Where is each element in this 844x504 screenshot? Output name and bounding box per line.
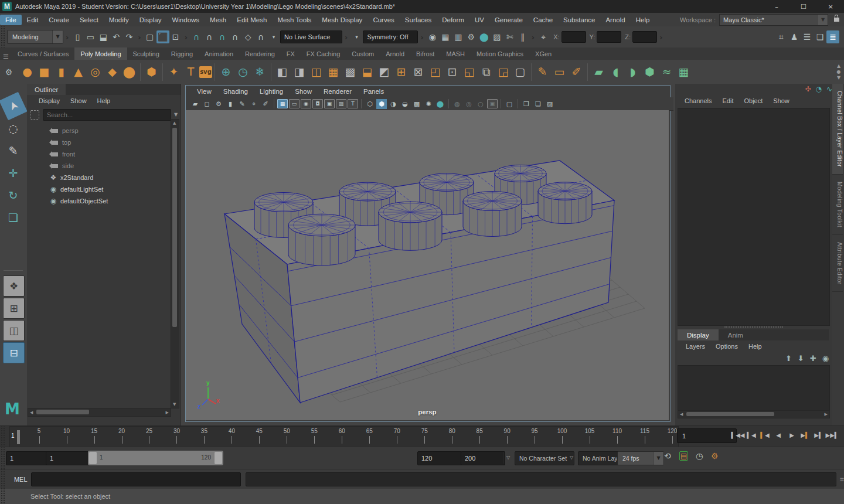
- platonic-solid-icon[interactable]: ⬢: [143, 63, 160, 81]
- resolution-gate-icon[interactable]: ◉: [301, 99, 311, 108]
- construction-aim-icon[interactable]: ⊕: [217, 63, 234, 81]
- drag-grip[interactable]: [0, 426, 5, 447]
- range-slider[interactable]: 1 120: [88, 451, 223, 465]
- make-live-icon[interactable]: ∩: [254, 30, 267, 43]
- new-scene-icon[interactable]: ▯: [71, 30, 84, 43]
- shelf-gear-icon[interactable]: ⚙: [2, 66, 15, 79]
- viewport-menu-show[interactable]: Show: [290, 88, 317, 95]
- play-backwards-button[interactable]: ◀: [772, 427, 785, 442]
- move-layer-up-icon[interactable]: ⬆: [785, 355, 792, 362]
- panel-tearoff-icon[interactable]: ▨: [544, 99, 555, 109]
- grid-options-icon[interactable]: ⌗: [775, 30, 788, 43]
- menu-deform[interactable]: Deform: [437, 15, 469, 25]
- chevron-down-icon[interactable]: ▾: [350, 30, 363, 43]
- go-to-end-button[interactable]: ▶▶▍: [826, 427, 839, 442]
- delete-history-icon[interactable]: ◷: [234, 63, 251, 81]
- poly-cone-icon[interactable]: ▲: [70, 63, 87, 81]
- maximize-button[interactable]: ☐: [790, 0, 817, 13]
- attribute-editor-toggle-icon[interactable]: ❏: [814, 30, 826, 43]
- layer-menu-help[interactable]: Help: [744, 343, 767, 350]
- evaluation-icon[interactable]: ⚙: [711, 452, 719, 460]
- field-chart-icon[interactable]: ▣: [324, 99, 335, 108]
- clip-icon[interactable]: ▤: [679, 451, 688, 461]
- snap-grid-icon[interactable]: ∩: [190, 30, 203, 43]
- side-tab-modeling-toolkit[interactable]: Modeling Toolkit: [832, 175, 843, 235]
- xray-joints-icon[interactable]: ◎: [464, 99, 474, 109]
- panel-copy-icon[interactable]: ❐: [521, 99, 532, 109]
- drag-grip[interactable]: [0, 469, 5, 489]
- playback-end-field[interactable]: [417, 451, 462, 465]
- lights-icon[interactable]: ✺: [423, 99, 434, 109]
- pencil-curve-icon[interactable]: ✐: [568, 63, 585, 81]
- move-tool[interactable]: ✛: [2, 162, 24, 183]
- layer-list[interactable]: [678, 365, 830, 411]
- channel-box-menu-object[interactable]: Object: [739, 97, 767, 104]
- separator-icon[interactable]: ›: [529, 33, 537, 41]
- new-empty-layer-icon[interactable]: ✚: [810, 355, 816, 362]
- menu-select[interactable]: Select: [74, 15, 104, 25]
- outliner-horizontal-scrollbar[interactable]: ◀ ▶: [28, 408, 171, 417]
- poly-plane-icon[interactable]: ◆: [104, 63, 121, 81]
- outliner-item-persp[interactable]: persp: [27, 125, 170, 137]
- z-field[interactable]: [632, 31, 657, 43]
- play-forwards-button[interactable]: ▶: [785, 427, 798, 442]
- isolate-select-icon[interactable]: ▢: [504, 99, 515, 109]
- uv-editor-icon[interactable]: ▦: [675, 63, 692, 81]
- side-tab-channel-box-layer-editor[interactable]: Channel Box / Layer Editor: [832, 84, 843, 175]
- project-curve-icon[interactable]: ⊠: [410, 63, 427, 81]
- lock-icon[interactable]: [834, 18, 839, 22]
- render-view-icon[interactable]: ◉: [426, 30, 439, 43]
- menu-windows[interactable]: Windows: [166, 15, 205, 25]
- layer-horizontal-scrollbar[interactable]: ◀ ▶: [678, 410, 830, 418]
- outliner-item-front[interactable]: front: [27, 148, 170, 160]
- two-pane-layout[interactable]: ◫: [3, 320, 25, 341]
- chevron-down-icon[interactable]: ▽: [506, 455, 510, 460]
- drag-grip[interactable]: [0, 489, 5, 504]
- undo-icon[interactable]: ↶: [110, 30, 122, 43]
- shadows-icon[interactable]: ⬤: [435, 99, 445, 109]
- workspace-layers-icon[interactable]: ≣: [826, 30, 839, 43]
- render-frame-icon[interactable]: ▦: [439, 30, 452, 43]
- poly-torus-icon[interactable]: ◎: [87, 63, 104, 81]
- menu-curves[interactable]: Curves: [367, 15, 399, 25]
- outliner-item-side[interactable]: side: [27, 160, 170, 172]
- shelf-tab-rigging[interactable]: Rigging: [165, 47, 199, 60]
- animation-start-field[interactable]: [6, 451, 50, 465]
- outliner-menu-help[interactable]: Help: [93, 97, 115, 104]
- xray-icon[interactable]: ◍: [452, 99, 462, 109]
- move-layer-down-icon[interactable]: ⬇: [798, 355, 804, 362]
- panel-single-icon[interactable]: ❏: [533, 99, 543, 109]
- outliner-persp-layout[interactable]: ⊟: [3, 342, 25, 363]
- layer-tab-display[interactable]: Display: [678, 329, 719, 340]
- uv-automatic-icon[interactable]: ⬢: [641, 63, 658, 81]
- single-pane-layout[interactable]: ❖: [3, 275, 25, 297]
- separator-icon[interactable]: ›: [342, 33, 350, 41]
- script-editor-icon[interactable]: ⌗: [840, 476, 844, 483]
- viewport-canvas[interactable]: yxz persp: [186, 110, 669, 420]
- outliner-menu-show[interactable]: Show: [66, 97, 91, 104]
- boolean-icon[interactable]: ◧: [274, 63, 291, 81]
- snap-view-plane-icon[interactable]: ◇: [241, 30, 254, 43]
- menu-mesh-tools[interactable]: Mesh Tools: [272, 15, 316, 25]
- separator-icon[interactable]: ›: [418, 33, 426, 41]
- channel-list[interactable]: [678, 108, 830, 326]
- poly-cylinder-icon[interactable]: ▮: [53, 63, 70, 81]
- panel-divider[interactable]: [724, 326, 783, 328]
- live-surface-field[interactable]: No Live Surface: [280, 30, 342, 43]
- x-field[interactable]: [561, 31, 586, 43]
- bevel-icon[interactable]: ◩: [376, 63, 393, 81]
- four-pane-layout[interactable]: ⊞: [3, 298, 25, 319]
- layer-menu-layers[interactable]: Layers: [681, 343, 710, 350]
- uv-planar-icon[interactable]: ▰: [590, 63, 607, 81]
- new-layer-from-selected-icon[interactable]: ◉: [822, 355, 829, 362]
- shelf-tab-mash[interactable]: MASH: [440, 47, 471, 60]
- quad-draw-icon[interactable]: ◰: [427, 63, 444, 81]
- drag-grip[interactable]: [0, 26, 5, 47]
- loop-icon[interactable]: ⟲: [664, 452, 671, 460]
- shelf-tab-custom[interactable]: Custom: [346, 47, 380, 60]
- redo-icon[interactable]: ↷: [122, 30, 135, 43]
- chevron-down-icon[interactable]: ▾: [267, 30, 280, 43]
- shelf-tab-xgen[interactable]: XGen: [529, 47, 557, 60]
- outliner-item-x2standard[interactable]: ❖x2Standard: [27, 172, 170, 183]
- hud-icon[interactable]: T: [348, 99, 358, 108]
